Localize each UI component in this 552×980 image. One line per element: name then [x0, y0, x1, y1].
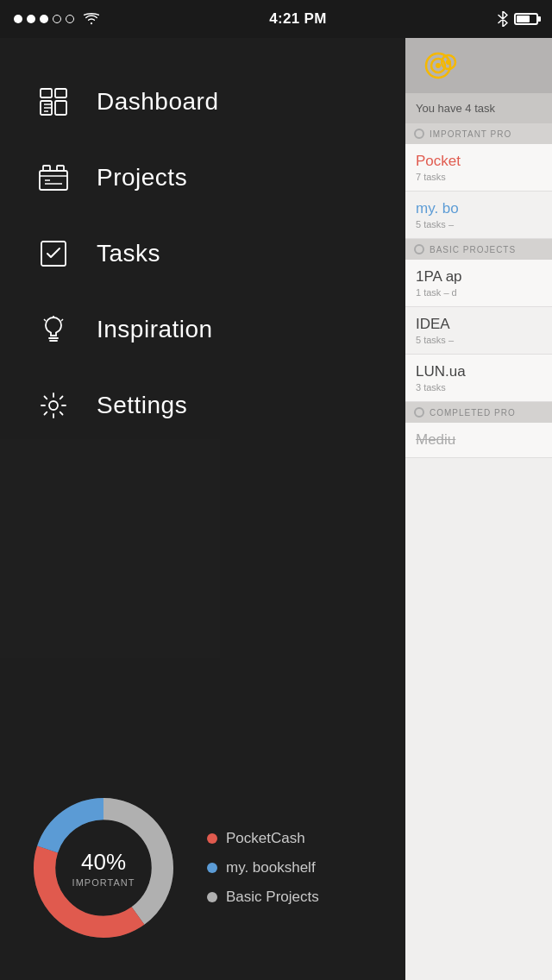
signal-dot-5: [66, 15, 74, 23]
bookshelf-label: my. bookshelf: [226, 859, 316, 876]
app-logo: [416, 50, 461, 81]
section-header-important: IMPORTANT PRO: [405, 123, 552, 144]
project-name-pocketcash: Pocket: [416, 153, 542, 170]
sidebar: Dashboard Projects: [0, 38, 405, 980]
signal-dot-4: [53, 15, 61, 23]
settings-icon: [34, 386, 72, 424]
svg-point-25: [436, 63, 441, 68]
project-name-bookshelf: my. bo: [416, 200, 542, 217]
sidebar-bottom: 40% IMPORTANT PocketCash my. bookshelf B…: [0, 773, 405, 980]
right-panel: You have 4 task IMPORTANT PRO Pocket 7 t…: [405, 38, 552, 980]
project-medium[interactable]: Mediu: [405, 423, 552, 458]
project-meta-1pa: 1 task – d: [416, 287, 542, 298]
svg-point-18: [49, 401, 58, 410]
section-label-basic: BASIC PROJECTS: [430, 245, 516, 254]
tasks-summary: You have 4 task: [405, 93, 552, 123]
pocketcash-dot: [207, 833, 217, 844]
section-header-completed: COMPLETED PRO: [405, 402, 552, 423]
main-layout: Dashboard Projects: [0, 38, 552, 980]
dashboard-label: Dashboard: [97, 88, 218, 116]
project-meta-lun: 3 tasks: [416, 382, 542, 393]
status-bar-right: [497, 11, 538, 27]
legend-item-basic: Basic Projects: [207, 889, 319, 906]
legend-item-pocketcash: PocketCash: [207, 830, 319, 847]
status-bar: 4:21 PM: [0, 0, 552, 38]
tasks-summary-text: You have 4 task: [416, 102, 495, 115]
sidebar-item-inspiration[interactable]: Inspiration: [17, 292, 388, 368]
svg-rect-0: [41, 89, 52, 97]
svg-line-17: [44, 319, 46, 321]
project-meta-pocketcash: 7 tasks: [416, 172, 542, 182]
dashboard-icon: [34, 83, 72, 121]
sidebar-item-dashboard[interactable]: Dashboard: [17, 64, 388, 140]
bluetooth-icon: [497, 11, 509, 27]
project-meta-bookshelf: 5 tasks –: [416, 219, 542, 229]
sidebar-item-tasks[interactable]: Tasks: [17, 216, 388, 292]
svg-rect-1: [55, 89, 66, 97]
sidebar-item-settings[interactable]: Settings: [17, 368, 388, 443]
svg-line-16: [61, 319, 63, 321]
donut-label: 40% IMPORTANT: [72, 849, 135, 888]
projects-icon: [34, 159, 72, 197]
chart-legend: PocketCash my. bookshelf Basic Projects: [207, 830, 319, 906]
signal-dot-2: [27, 15, 35, 23]
svg-point-27: [446, 60, 451, 65]
signal-dot-3: [40, 15, 48, 23]
inspiration-icon: [34, 311, 72, 349]
basic-label: Basic Projects: [226, 889, 319, 906]
project-idea[interactable]: IDEA 5 tasks –: [405, 307, 552, 355]
signal-dot-1: [14, 15, 22, 23]
project-lun[interactable]: LUN.ua 3 tasks: [405, 355, 552, 402]
section-label-important: IMPORTANT PRO: [430, 129, 511, 139]
svg-rect-8: [43, 166, 50, 171]
project-bookshelf[interactable]: my. bo 5 tasks –: [405, 192, 552, 239]
projects-label: Projects: [97, 164, 187, 192]
section-label-completed: COMPLETED PRO: [430, 408, 516, 418]
svg-rect-3: [55, 101, 66, 115]
project-name-idea: IDEA: [416, 316, 542, 333]
project-1pa[interactable]: 1PA ap 1 task – d: [405, 260, 552, 307]
project-meta-idea: 5 tasks –: [416, 335, 542, 345]
project-name-lun: LUN.ua: [416, 363, 542, 380]
settings-label: Settings: [97, 392, 187, 419]
legend-item-bookshelf: my. bookshelf: [207, 859, 319, 876]
project-pocketcash[interactable]: Pocket 7 tasks: [405, 144, 552, 192]
battery-fill: [517, 16, 530, 22]
donut-chart: 40% IMPORTANT: [26, 790, 181, 945]
sidebar-item-projects[interactable]: Projects: [17, 140, 388, 216]
svg-rect-7: [40, 171, 67, 190]
project-name-1pa: 1PA ap: [416, 268, 542, 286]
battery-icon: [514, 13, 538, 25]
svg-rect-9: [57, 166, 64, 171]
basic-dot: [207, 892, 217, 902]
section-dot-completed: [414, 407, 424, 418]
wifi-icon: [84, 13, 99, 25]
section-header-basic: BASIC PROJECTS: [405, 239, 552, 260]
section-dot-basic: [414, 244, 424, 254]
project-name-medium: Mediu: [416, 431, 542, 449]
pocketcash-label: PocketCash: [226, 830, 305, 847]
donut-sublabel: IMPORTANT: [72, 877, 135, 888]
inspiration-label: Inspiration: [97, 316, 213, 343]
tasks-label: Tasks: [97, 240, 160, 267]
status-bar-left: [14, 13, 99, 25]
tasks-icon: [34, 235, 72, 273]
donut-percent: 40%: [72, 849, 135, 876]
right-panel-header: [405, 38, 552, 93]
sidebar-nav: Dashboard Projects: [0, 64, 405, 773]
status-time: 4:21 PM: [269, 10, 326, 28]
section-dot-important: [414, 129, 424, 139]
bookshelf-dot: [207, 863, 217, 873]
